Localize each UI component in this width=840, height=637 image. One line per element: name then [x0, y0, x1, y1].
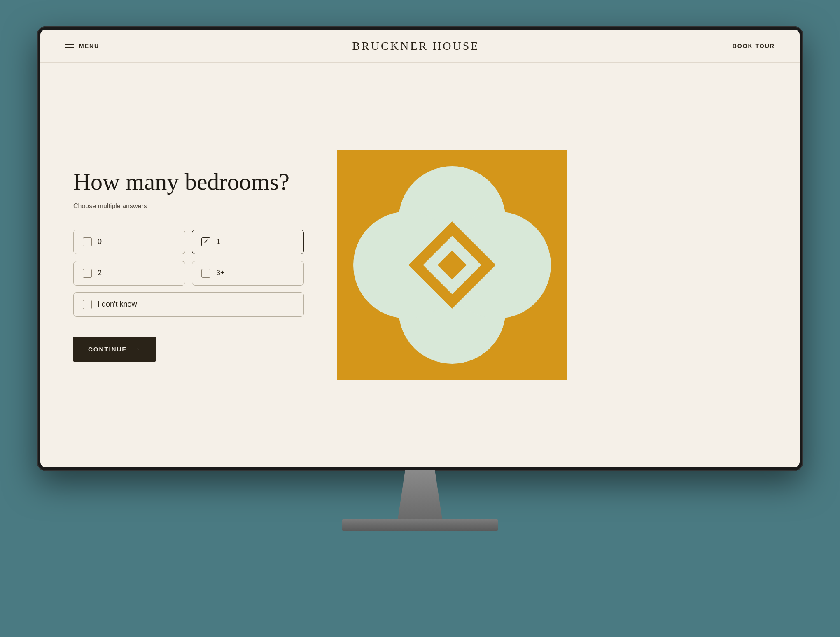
menu-button[interactable]: MENU	[65, 43, 99, 49]
option-2[interactable]: 2	[73, 261, 185, 286]
continue-button[interactable]: CONTINUE →	[73, 337, 156, 362]
monitor-base	[342, 519, 498, 531]
screen-inner: MENU BRUCKNER HOUSE BOOK TOUR How many b…	[40, 30, 800, 467]
option-0[interactable]: 0	[73, 230, 185, 254]
arrow-icon: →	[133, 345, 141, 353]
option-3plus[interactable]: 3+	[192, 261, 304, 286]
right-panel	[337, 150, 567, 380]
checkbox-dont-know	[83, 300, 92, 309]
menu-label: MENU	[79, 43, 99, 49]
option-1-label: 1	[216, 237, 220, 246]
illustration-svg	[345, 158, 559, 372]
checkbox-0	[83, 237, 92, 246]
continue-label: CONTINUE	[88, 346, 127, 353]
left-panel: How many bedrooms? Choose multiple answe…	[73, 168, 304, 362]
option-0-label: 0	[98, 237, 102, 246]
monitor-screen: MENU BRUCKNER HOUSE BOOK TOUR How many b…	[37, 26, 803, 471]
main-content: How many bedrooms? Choose multiple answe…	[40, 63, 800, 467]
option-2-label: 2	[98, 269, 102, 277]
brand-name: BRUCKNER HOUSE	[352, 40, 480, 53]
book-tour-button[interactable]: BOOK TOUR	[733, 43, 775, 49]
monitor-wrapper: MENU BRUCKNER HOUSE BOOK TOUR How many b…	[29, 26, 811, 611]
hamburger-icon	[65, 44, 74, 48]
option-3plus-label: 3+	[216, 269, 225, 277]
options-grid: 0 1 2	[73, 230, 304, 317]
checkbox-3plus	[201, 269, 210, 278]
monitor-neck	[395, 470, 445, 519]
option-dont-know[interactable]: I don't know	[73, 292, 304, 317]
decorative-illustration	[337, 150, 567, 380]
question-title: How many bedrooms?	[73, 168, 304, 196]
question-subtitle: Choose multiple answers	[73, 202, 304, 210]
option-1[interactable]: 1	[192, 230, 304, 254]
checkbox-2	[83, 269, 92, 278]
checkbox-1	[201, 237, 210, 246]
option-dont-know-label: I don't know	[98, 300, 137, 309]
navigation: MENU BRUCKNER HOUSE BOOK TOUR	[40, 30, 800, 63]
